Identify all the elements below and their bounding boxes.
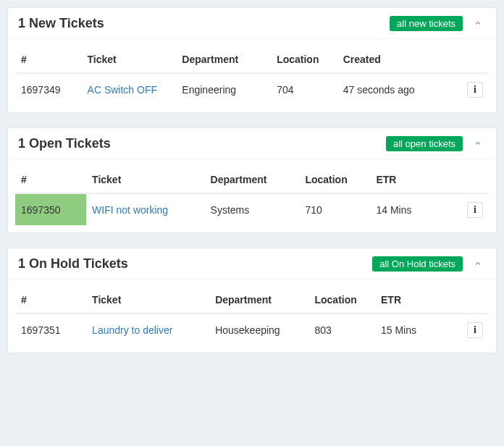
table-header-row: #TicketDepartmentLocationETR (15, 167, 489, 193)
all-tickets-badge[interactable]: all new tickets (390, 16, 463, 31)
department-cell: Systems (205, 193, 300, 225)
ticket-panel: 1 Open Ticketsall open tickets#TicketDep… (7, 127, 497, 233)
panel-title: 1 New Tickets (18, 16, 390, 31)
table-row: 1697350WIFI not workingSystems71014 Mins… (15, 193, 489, 225)
panel-title: 1 On Hold Tickets (18, 256, 372, 272)
department-cell: Engineering (176, 73, 271, 105)
actions-cell: i (461, 314, 489, 345)
table-row: 1697349AC Switch OFFEngineering70447 sec… (15, 73, 489, 105)
column-header: ETR (370, 167, 460, 193)
column-header (461, 46, 489, 73)
info-icon[interactable]: i (467, 82, 483, 98)
column-header: Department (209, 287, 308, 314)
ticket-link[interactable]: WIFI not working (92, 204, 168, 216)
panel-header: 1 Open Ticketsall open tickets (8, 128, 496, 159)
column-header (461, 287, 489, 314)
ticket-link[interactable]: Laundry to deliver (92, 324, 172, 336)
ticket-id: 1697351 (15, 314, 86, 345)
column-header: # (15, 46, 82, 73)
chevron-up-icon[interactable] (470, 15, 486, 31)
ticket-panel: 1 On Hold Ticketsall On Hold tickets#Tic… (7, 248, 497, 353)
panel-body: #TicketDepartmentLocationCreated1697349A… (8, 39, 496, 112)
ticket-id: 1697350 (15, 193, 86, 225)
tickets-table: #TicketDepartmentLocationETR1697351Laund… (15, 287, 489, 345)
all-tickets-badge[interactable]: all On Hold tickets (372, 256, 463, 272)
panel-body: #TicketDepartmentLocationETR1697351Laund… (8, 279, 496, 353)
ticket-cell: AC Switch OFF (82, 73, 177, 105)
column-header: Ticket (82, 46, 177, 73)
column-header: ETR (375, 287, 461, 314)
panel-body: #TicketDepartmentLocationETR1697350WIFI … (8, 159, 496, 232)
ticket-link[interactable]: AC Switch OFF (88, 84, 157, 96)
ticket-cell: WIFI not working (86, 193, 205, 225)
column-header: Department (205, 167, 300, 193)
column-header: # (15, 287, 86, 314)
department-cell: Housekeeping (209, 314, 308, 345)
column-header: Location (299, 167, 370, 193)
column-header: Created (337, 46, 461, 73)
column-header: # (15, 167, 86, 193)
location-cell: 704 (271, 73, 337, 105)
ticket-id: 1697349 (15, 73, 82, 105)
panel-title: 1 Open Tickets (18, 136, 386, 151)
chevron-up-icon[interactable] (470, 135, 486, 151)
actions-cell: i (461, 73, 489, 105)
time-cell: 14 Mins (370, 193, 460, 225)
table-header-row: #TicketDepartmentLocationCreated (15, 46, 489, 73)
table-row: 1697351Laundry to deliverHousekeeping803… (15, 314, 489, 345)
panel-header: 1 On Hold Ticketsall On Hold tickets (8, 248, 496, 279)
column-header (461, 167, 489, 193)
info-icon[interactable]: i (467, 202, 483, 218)
tickets-table: #TicketDepartmentLocationETR1697350WIFI … (15, 167, 489, 225)
column-header: Ticket (86, 287, 209, 314)
column-header: Ticket (86, 167, 205, 193)
time-cell: 15 Mins (375, 314, 461, 345)
ticket-cell: Laundry to deliver (86, 314, 209, 345)
location-cell: 803 (308, 314, 375, 345)
panel-header: 1 New Ticketsall new tickets (8, 8, 496, 39)
column-header: Department (176, 46, 271, 73)
column-header: Location (271, 46, 337, 73)
ticket-panel: 1 New Ticketsall new tickets#TicketDepar… (7, 7, 497, 113)
chevron-up-icon[interactable] (470, 256, 486, 272)
info-icon[interactable]: i (467, 322, 483, 338)
actions-cell: i (461, 193, 489, 225)
all-tickets-badge[interactable]: all open tickets (386, 136, 463, 151)
table-header-row: #TicketDepartmentLocationETR (15, 287, 489, 314)
time-cell: 47 seconds ago (337, 73, 461, 105)
column-header: Location (308, 287, 375, 314)
tickets-table: #TicketDepartmentLocationCreated1697349A… (15, 46, 489, 105)
location-cell: 710 (299, 193, 370, 225)
